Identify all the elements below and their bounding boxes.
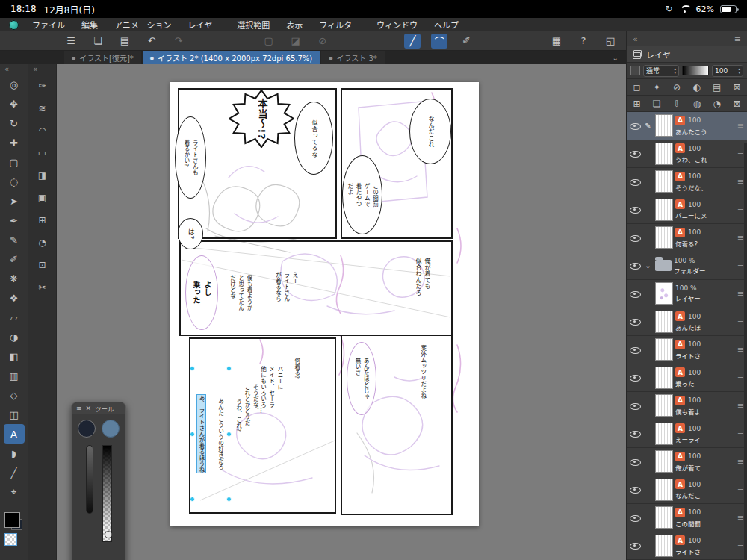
figure-tool[interactable]: ◇	[4, 385, 25, 405]
layer-row-13[interactable]: A100俺が着て≡	[627, 448, 747, 476]
layer-visibility-eye-icon[interactable]	[630, 429, 641, 438]
canvas-settings-button[interactable]: ❏	[90, 34, 106, 49]
help-button[interactable]: ?	[575, 34, 592, 49]
layer-drag-handle-icon[interactable]: ≡	[737, 429, 744, 438]
layer-thumbnail[interactable]	[655, 367, 673, 389]
layer-row-1[interactable]: ✎A100あんたこう≡	[627, 112, 747, 140]
layer-thumbnail[interactable]	[655, 450, 673, 473]
line-correct-tool[interactable]: ╱	[4, 463, 25, 482]
layer-drag-handle-icon[interactable]: ≡	[737, 401, 744, 411]
layer-drag-handle-icon[interactable]: ≡	[737, 289, 744, 299]
canvas-area[interactable]: 本当〜!?似合ってるなライトさんも 着るかい?なんだこれこの間罰 ゲームで 着た…	[57, 64, 626, 560]
layer-thumbnail[interactable]	[655, 506, 673, 529]
operate-tool[interactable]: ➤	[4, 191, 25, 211]
layer-drag-handle-icon[interactable]: ≡	[737, 457, 744, 467]
export-button[interactable]: ▤	[117, 34, 133, 49]
tool-color-blue-circle[interactable]	[102, 420, 120, 438]
airbrush-tool[interactable]: ❋	[4, 269, 25, 288]
balloon-tool[interactable]: ◗	[4, 444, 25, 463]
decoration-tool[interactable]: ❖	[4, 288, 25, 308]
subtool-material[interactable]: ▣	[32, 187, 53, 209]
layer-row-11[interactable]: A100僕も着よ≡	[627, 392, 747, 420]
setting-icon[interactable]: ⊠	[731, 82, 744, 93]
merge-down-icon[interactable]: ◍	[690, 99, 704, 109]
undo-button[interactable]: ↶	[143, 34, 160, 49]
subtool-box[interactable]: ⊡	[32, 254, 53, 276]
selection-tool[interactable]: ▢	[4, 152, 25, 172]
layer-thumbnail[interactable]	[655, 311, 673, 333]
selection-handle-e[interactable]	[226, 432, 232, 437]
lock-transparent-icon[interactable]: ◐	[690, 82, 704, 93]
layer-thumbnail[interactable]	[655, 226, 673, 249]
layer-thumbnail[interactable]	[655, 423, 673, 445]
layer-visibility-eye-icon[interactable]	[630, 513, 641, 523]
zoom-tool[interactable]: ◎	[4, 75, 25, 94]
subtool-circle[interactable]: ◔	[32, 231, 53, 254]
menu-item-レイヤー[interactable]: レイヤー	[188, 19, 221, 31]
layer-visibility-eye-icon[interactable]	[630, 121, 641, 131]
redo-button[interactable]: ↷	[170, 34, 187, 49]
document-tab-3[interactable]: ●イラスト 3*	[321, 51, 385, 64]
menu-item-アニメーション[interactable]: アニメーション	[114, 19, 172, 31]
collapse-tools-icon[interactable]: «	[0, 64, 28, 75]
lasso-tool[interactable]: ◌	[4, 172, 25, 191]
subtool-sliders[interactable]: ≋	[32, 97, 53, 119]
rotate-canvas-tool[interactable]: ↻	[4, 113, 25, 133]
layer-visibility-eye-icon[interactable]	[630, 373, 641, 382]
hand-tool[interactable]: ✥	[4, 94, 25, 113]
layer-thumbnail[interactable]	[655, 535, 673, 557]
selection-handle-ne[interactable]	[226, 366, 232, 371]
layer-thumbnail[interactable]	[655, 170, 673, 193]
fullscreen-button[interactable]: ◱	[602, 34, 619, 49]
folder-expand-arrow-icon[interactable]: ⌄	[643, 261, 653, 270]
layer-visibility-eye-icon[interactable]	[630, 205, 641, 214]
grid-button[interactable]: ▦	[548, 34, 565, 49]
main-menu-button[interactable]: ☰	[63, 34, 79, 49]
layer-mask-icon[interactable]: ◔	[710, 99, 724, 109]
delete-layer-icon[interactable]: ⊠	[731, 99, 744, 109]
layer-drag-handle-icon[interactable]: ≡	[737, 205, 744, 214]
layer-thumbnail[interactable]	[655, 199, 673, 221]
layer-thumbnail[interactable]	[655, 143, 673, 165]
layer-row-14[interactable]: A100なんだこ≡	[627, 476, 747, 505]
layer-drag-handle-icon[interactable]: ≡	[737, 317, 744, 326]
move-tool[interactable]: ✚	[4, 133, 25, 152]
layer-opacity-field[interactable]: 100 ▴▾	[712, 65, 743, 77]
new-layer-icon[interactable]: ⊞	[630, 99, 643, 109]
selection-handle-nw[interactable]	[190, 366, 195, 371]
layer-visibility-eye-icon[interactable]	[630, 457, 641, 467]
menu-item-ウィンドウ[interactable]: ウィンドウ	[376, 19, 418, 31]
layer-drag-handle-icon[interactable]: ≡	[737, 513, 744, 523]
layer-row-3[interactable]: A100そうだな、≡	[627, 168, 747, 196]
menu-item-選択範囲[interactable]: 選択範囲	[237, 19, 270, 31]
floating-tool-window[interactable]: ≡ ✕ ツール	[71, 402, 126, 560]
text-edit-object[interactable]: あんたこういうの好きだろあ、ライトさんが着るほうね	[193, 369, 229, 499]
layer-thumbnail[interactable]	[655, 479, 673, 501]
layer-drag-handle-icon[interactable]: ≡	[737, 541, 744, 550]
layer-row-15[interactable]: A100この間罰≡	[627, 504, 747, 532]
menu-item-編集[interactable]: 編集	[81, 19, 98, 31]
layer-thumbnail[interactable]	[655, 394, 673, 417]
gradient-tool[interactable]: ▥	[4, 366, 25, 385]
subtool-curve[interactable]: ◠	[32, 119, 53, 142]
tab-list-chevron-icon[interactable]: ⌄	[613, 54, 619, 62]
panel-menu-icon[interactable]: ≡	[734, 34, 741, 44]
layer-drag-handle-icon[interactable]: ≡	[737, 373, 744, 382]
snap-to-ruler-button[interactable]: ╱	[404, 34, 421, 49]
transparent-color-swatch[interactable]	[4, 533, 17, 546]
layer-drag-handle-icon[interactable]: ≡	[737, 233, 744, 243]
layer-thumbnail[interactable]	[655, 114, 673, 137]
layer-row-9[interactable]: A100ライトさ≡	[627, 336, 747, 364]
layer-drag-handle-icon[interactable]: ≡	[737, 177, 744, 187]
layer-row-12[interactable]: A100えーライ≡	[627, 420, 747, 449]
subtool-add[interactable]: ⊞	[32, 209, 53, 231]
layer-drag-handle-icon[interactable]: ≡	[737, 261, 744, 270]
menu-item-ヘルプ[interactable]: ヘルプ	[434, 19, 459, 31]
layer-thumbnail[interactable]	[655, 338, 673, 361]
menu-item-ファイル[interactable]: ファイル	[32, 19, 65, 31]
layer-visibility-eye-icon[interactable]	[630, 485, 641, 494]
clear-selection-button[interactable]: ⊘	[314, 34, 331, 49]
document-tab-2[interactable]: ●イラスト 2* (1400 x 2000px 72dpi 65.7%)	[143, 51, 320, 64]
brush-size-slider[interactable]	[86, 445, 93, 514]
subtool-tone[interactable]: ◨	[32, 164, 53, 187]
